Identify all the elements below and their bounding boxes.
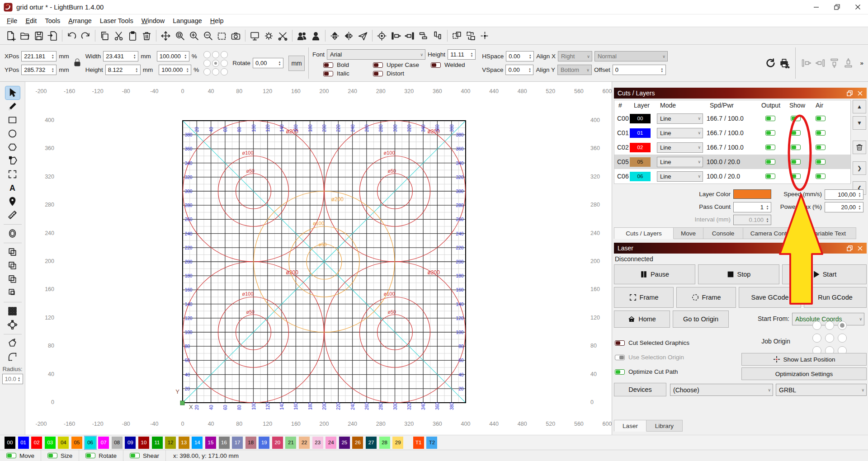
dock-align-2-icon[interactable] [813, 56, 827, 70]
interval-input[interactable]: 0.100▴▾ [733, 215, 771, 225]
use-selection-origin-toggle[interactable]: Use Selection Origin [615, 354, 684, 361]
palette-chip-20[interactable]: 20 [272, 437, 283, 449]
job-origin-radio-3[interactable] [812, 334, 821, 343]
job-origin-radio-0[interactable] [812, 321, 821, 330]
pass-count-input[interactable]: 1▴▾ [733, 202, 771, 212]
anchor-radio-2[interactable] [221, 51, 228, 58]
boolean-union-icon[interactable] [5, 245, 20, 259]
palette-chip-22[interactable]: 22 [299, 437, 310, 449]
palette-chip-16[interactable]: 16 [219, 437, 230, 449]
job-origin-radio-1[interactable] [825, 321, 834, 330]
file-new-icon[interactable] [4, 29, 18, 43]
palette-chip-18[interactable]: 18 [245, 437, 256, 449]
user-account-icon[interactable] [309, 29, 323, 43]
ellipse-tool-icon[interactable] [5, 127, 20, 140]
copy-along-path-icon[interactable] [5, 337, 20, 350]
aspect-lock-icon[interactable] [73, 57, 82, 69]
anchor-radio-8[interactable] [221, 68, 228, 75]
firmware-select[interactable]: GRBL∨ [776, 384, 867, 396]
optimization-settings-button[interactable]: Optimization Settings [741, 367, 867, 380]
start-button[interactable]: Start [782, 264, 867, 284]
redo-icon[interactable] [79, 29, 93, 43]
cuts-layers-titlebar[interactable]: Cuts / Layers [614, 88, 867, 99]
goto-origin-button[interactable]: Go to Origin [673, 310, 729, 328]
menu-edit[interactable]: Edit [21, 15, 41, 26]
focus-target-icon[interactable] [375, 29, 389, 43]
layer-mode-select[interactable]: Line∨ [657, 128, 703, 138]
palette-chip-24[interactable]: 24 [326, 437, 336, 449]
device-choose-select[interactable]: (Choose)∨ [670, 384, 773, 396]
palette-chip-19[interactable]: 19 [259, 437, 269, 449]
menu-help[interactable]: Help [206, 15, 228, 26]
offset-input[interactable]: 0▴▾ [613, 65, 666, 75]
print-cut-icon[interactable] [778, 56, 792, 70]
float-laser-panel-icon[interactable] [847, 245, 853, 251]
palette-chip-26[interactable]: 26 [352, 437, 363, 449]
home-button[interactable]: Home [614, 310, 670, 328]
height-percent-input[interactable]: 100.000▴▾ [159, 65, 191, 75]
dock-align-4-icon[interactable] [841, 56, 855, 70]
frame-circle-button[interactable]: Frame [676, 287, 736, 308]
zoom-out-icon[interactable] [201, 29, 215, 43]
swap-rects-icon[interactable] [464, 29, 478, 43]
layer-output-toggle[interactable] [765, 116, 775, 121]
close-button[interactable] [847, 0, 868, 14]
layer-row-C06[interactable]: C06 06 Line∨ 100.0 / 20.0 [614, 169, 850, 183]
paste-icon[interactable] [126, 29, 140, 43]
show-position-crosshair-icon[interactable] [478, 29, 492, 43]
job-origin-selector[interactable] [812, 321, 847, 355]
move-toggle[interactable]: Move [0, 450, 41, 461]
radius-fillet-icon[interactable] [5, 350, 20, 363]
menu-laser-tools[interactable]: Laser Tools [96, 15, 137, 26]
hspace-input[interactable]: 0.00▴▾ [506, 51, 534, 61]
show-last-position-button[interactable]: Show Last Position [741, 353, 867, 366]
layer-mode-select[interactable]: Line∨ [657, 142, 703, 153]
boolean-intersect-icon[interactable] [5, 286, 20, 299]
palette-chip-03[interactable]: 03 [45, 437, 56, 449]
palette-chip-28[interactable]: 28 [379, 437, 390, 449]
menu-tools[interactable]: Tools [41, 15, 64, 26]
tab-console[interactable]: Console [703, 227, 743, 239]
tab-variable-text[interactable]: Variable Text [801, 227, 856, 239]
palette-chip-15[interactable]: 15 [205, 437, 216, 449]
align-left-icon[interactable] [389, 29, 403, 43]
palette-chip-29[interactable]: 29 [392, 437, 403, 449]
welded-toggle[interactable]: Welded [431, 61, 465, 68]
cut-icon[interactable] [112, 29, 126, 43]
distribute-v-icon[interactable] [431, 29, 445, 43]
job-origin-radio-5[interactable] [838, 334, 847, 343]
text-style-select[interactable]: Normal∨ [594, 51, 668, 61]
file-save-icon[interactable] [32, 29, 46, 43]
layer-output-toggle[interactable] [765, 145, 775, 150]
minimize-button[interactable] [806, 0, 826, 14]
polygon-tool-icon[interactable] [5, 141, 20, 154]
layer-mode-select[interactable]: Line∨ [657, 171, 703, 182]
layer-output-toggle[interactable] [765, 159, 775, 165]
float-panel-icon[interactable] [847, 90, 853, 96]
refresh-icon[interactable] [764, 56, 778, 70]
bold-toggle[interactable]: Bold [323, 61, 373, 68]
layer-down-button[interactable]: ▼ [853, 116, 866, 130]
optimize-cut-path-toggle[interactable]: Optimize Cut Path [615, 368, 678, 375]
anchor-radio-1[interactable] [212, 51, 219, 58]
menu-file[interactable]: File [3, 15, 21, 26]
anchor-radio-4[interactable] [212, 60, 219, 67]
zoom-box-icon[interactable] [173, 29, 187, 43]
marquee-icon[interactable] [215, 29, 229, 43]
layer-row-C01[interactable]: C01 01 Line∨ 166.7 / 100.0 [614, 126, 850, 140]
pause-button[interactable]: Pause [614, 264, 695, 284]
speed-input[interactable]: 100,00▴▾ [825, 189, 863, 200]
send-airplane-icon[interactable] [356, 29, 370, 43]
palette-chip-25[interactable]: 25 [339, 437, 350, 449]
palette-chip-21[interactable]: 21 [285, 437, 296, 449]
position-laser-icon[interactable] [5, 195, 20, 208]
layer-show-toggle[interactable] [791, 159, 801, 165]
palette-chip-13[interactable]: 13 [179, 437, 189, 449]
zoom-in-icon[interactable] [187, 29, 201, 43]
palette-chip-09[interactable]: 09 [125, 437, 136, 449]
palette-chip-12[interactable]: 12 [165, 437, 176, 449]
layer-up-button[interactable]: ▲ [853, 100, 866, 113]
anchor-radio-6[interactable] [203, 68, 211, 75]
width-input[interactable]: 23.431▴▾ [103, 51, 138, 61]
job-origin-radio-4[interactable] [825, 334, 834, 343]
